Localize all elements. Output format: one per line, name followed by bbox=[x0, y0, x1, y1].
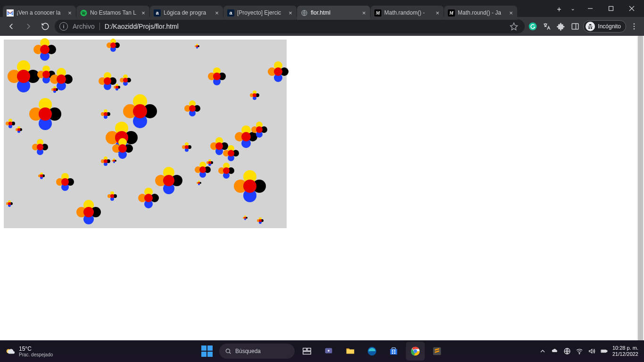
extensions-icon[interactable] bbox=[555, 20, 567, 33]
windows-logo-icon bbox=[201, 346, 213, 357]
sublime-icon bbox=[432, 346, 442, 356]
tab-favicon-icon: M bbox=[448, 9, 455, 16]
windows-taskbar: 15°C Prac. despejado Búsqueda bbox=[0, 340, 644, 362]
close-window-button[interactable] bbox=[621, 0, 642, 17]
browser-tab[interactable]: aLógica de progra× bbox=[150, 6, 223, 20]
svg-point-20 bbox=[328, 350, 330, 352]
edge-button[interactable] bbox=[363, 342, 381, 361]
clock-date: 21/12/2022 bbox=[612, 351, 638, 357]
store-icon bbox=[388, 346, 399, 356]
tab-strip: ¡Ven a conocer la×No Estamos Tan L×aLógi… bbox=[0, 0, 550, 17]
flower-canvas bbox=[4, 40, 287, 228]
svg-line-15 bbox=[229, 352, 231, 354]
bookmark-star-icon[interactable] bbox=[508, 20, 520, 33]
weather-temp: 15°C bbox=[19, 346, 53, 352]
svg-point-11 bbox=[634, 26, 635, 27]
browser-tab[interactable]: a[Proyecto] Ejercic× bbox=[223, 6, 297, 20]
tab-favicon-icon bbox=[7, 9, 14, 16]
svg-rect-35 bbox=[602, 351, 605, 352]
svg-rect-27 bbox=[394, 353, 396, 354]
browser-tab[interactable]: MMath.random() - × bbox=[371, 6, 444, 20]
chrome-button[interactable] bbox=[406, 342, 425, 361]
tab-close-icon[interactable]: × bbox=[434, 9, 441, 16]
volume-icon[interactable] bbox=[588, 347, 595, 355]
incognito-badge[interactable]: Incógnito bbox=[583, 20, 626, 33]
clock-time: 10:28 p. m. bbox=[612, 345, 638, 351]
start-button[interactable] bbox=[198, 342, 216, 361]
svg-rect-34 bbox=[606, 351, 607, 352]
svg-rect-26 bbox=[392, 353, 393, 354]
site-info-icon[interactable]: i bbox=[59, 22, 68, 31]
svg-rect-24 bbox=[392, 350, 393, 352]
page-viewport bbox=[0, 36, 644, 340]
sidepanel-icon[interactable] bbox=[569, 20, 581, 33]
taskbar-clock[interactable]: 10:28 p. m. 21/12/2022 bbox=[612, 345, 638, 357]
svg-point-14 bbox=[226, 349, 230, 353]
browser-tab[interactable]: No Estamos Tan L× bbox=[76, 6, 149, 20]
chat-icon bbox=[323, 346, 334, 356]
edge-icon bbox=[367, 346, 377, 356]
svg-point-32 bbox=[579, 354, 579, 354]
svg-point-1 bbox=[81, 9, 87, 16]
tab-favicon-icon: M bbox=[374, 9, 381, 16]
forward-button[interactable] bbox=[21, 19, 36, 34]
taskbar-center: Búsqueda bbox=[198, 342, 446, 361]
weather-icon bbox=[5, 346, 15, 356]
window-controls bbox=[580, 0, 644, 17]
svg-rect-23 bbox=[392, 348, 395, 350]
tab-close-icon[interactable]: × bbox=[287, 9, 294, 16]
tab-close-icon[interactable]: × bbox=[508, 9, 514, 16]
incognito-icon bbox=[586, 22, 595, 31]
maximize-button[interactable] bbox=[601, 0, 621, 17]
tab-close-icon[interactable]: × bbox=[66, 9, 73, 16]
battery-icon[interactable] bbox=[600, 347, 608, 355]
language-icon[interactable] bbox=[563, 347, 571, 355]
system-tray: 10:28 p. m. 21/12/2022 bbox=[539, 345, 644, 357]
onedrive-icon[interactable] bbox=[551, 347, 559, 355]
omnibox[interactable]: i Archivo D:/Kaozidd/Projs/flor.html bbox=[55, 19, 525, 33]
sublime-button[interactable] bbox=[428, 342, 446, 361]
tray-overflow-icon[interactable] bbox=[539, 347, 546, 355]
new-tab-button[interactable]: + bbox=[553, 3, 566, 16]
reload-button[interactable] bbox=[38, 19, 53, 34]
task-view-button[interactable] bbox=[297, 342, 316, 361]
browser-tab[interactable]: MMath.round() - Ja× bbox=[444, 6, 517, 20]
tab-favicon-icon bbox=[80, 9, 87, 16]
weather-widget[interactable]: 15°C Prac. despejado bbox=[0, 346, 53, 357]
browser-tab[interactable]: ¡Ven a conocer la× bbox=[3, 6, 76, 20]
svg-point-10 bbox=[634, 23, 635, 25]
grammarly-icon[interactable] bbox=[527, 20, 539, 33]
tab-label: flor.html bbox=[311, 9, 358, 16]
tab-label: [Proyecto] Ejercic bbox=[237, 9, 284, 16]
browser-tab[interactable]: flor.html× bbox=[297, 6, 370, 20]
tab-label: Lógica de progra bbox=[164, 9, 211, 16]
taskbar-search[interactable]: Búsqueda bbox=[219, 344, 295, 359]
svg-rect-4 bbox=[609, 7, 613, 11]
url-path: D:/Kaozidd/Projs/flor.html bbox=[105, 23, 179, 30]
wifi-icon[interactable] bbox=[576, 347, 583, 355]
search-placeholder: Búsqueda bbox=[235, 348, 261, 354]
back-button[interactable] bbox=[4, 19, 19, 34]
file-explorer-button[interactable] bbox=[341, 342, 360, 361]
tab-close-icon[interactable]: × bbox=[214, 9, 220, 16]
tab-label: Math.round() - Ja bbox=[458, 9, 505, 16]
svg-rect-18 bbox=[303, 352, 311, 354]
vertical-scrollbar[interactable] bbox=[637, 36, 644, 340]
search-icon bbox=[225, 348, 231, 354]
tab-label: No Estamos Tan L bbox=[90, 9, 137, 16]
svg-rect-17 bbox=[307, 348, 311, 351]
svg-rect-8 bbox=[572, 24, 579, 29]
tab-close-icon[interactable]: × bbox=[140, 9, 147, 16]
translate-icon[interactable] bbox=[541, 20, 553, 33]
browser-titlebar: ¡Ven a conocer la×No Estamos Tan L×aLógi… bbox=[0, 0, 644, 17]
svg-rect-25 bbox=[394, 350, 396, 352]
minimize-button[interactable] bbox=[580, 0, 601, 17]
file-scheme-label: Archivo bbox=[73, 23, 100, 30]
store-button[interactable] bbox=[384, 342, 403, 361]
tab-close-icon[interactable]: × bbox=[361, 9, 367, 16]
svg-point-29 bbox=[413, 349, 417, 353]
chat-button[interactable] bbox=[319, 342, 338, 361]
tab-search-chevron-icon[interactable]: ⌄ bbox=[566, 0, 580, 17]
kebab-menu-icon[interactable] bbox=[628, 20, 640, 33]
tab-favicon-icon bbox=[301, 9, 308, 16]
